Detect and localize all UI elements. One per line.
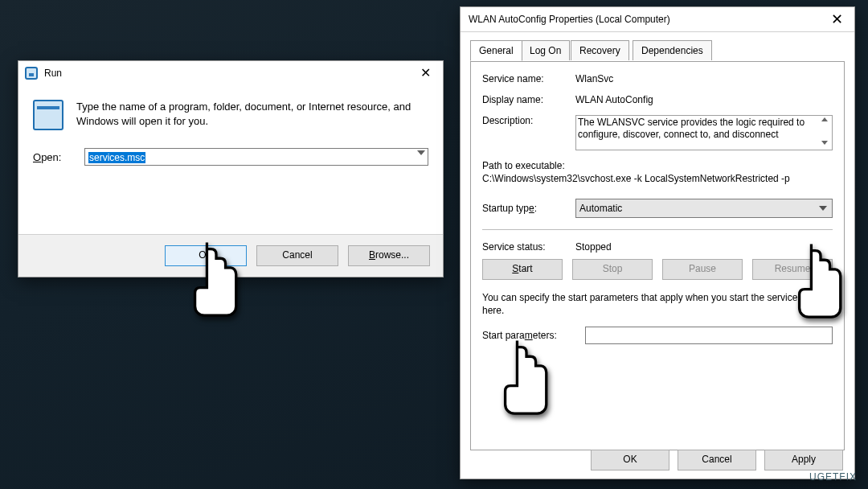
- scroll-up-icon[interactable]: [821, 117, 828, 121]
- ok-button[interactable]: OK: [591, 450, 669, 471]
- tab-general[interactable]: General: [470, 40, 522, 61]
- apply-button[interactable]: Apply: [764, 450, 843, 471]
- service-status-value: Stopped: [575, 241, 833, 253]
- tab-log-on[interactable]: Log On: [521, 40, 570, 60]
- open-input-value[interactable]: services.msc: [88, 152, 145, 163]
- start-button[interactable]: Start: [482, 259, 563, 280]
- run-dialog: Run ✕ Type the name of a program, folder…: [18, 60, 444, 277]
- tab-dependencies[interactable]: Dependencies: [633, 40, 712, 60]
- service-name-label: Service name:: [482, 73, 575, 84]
- ok-button[interactable]: OK: [165, 245, 247, 266]
- cancel-button[interactable]: Cancel: [678, 450, 756, 471]
- props-footer: OK Cancel Apply: [461, 442, 854, 479]
- path-label: Path to executable:: [482, 160, 833, 171]
- pause-button: Pause: [662, 259, 743, 280]
- stop-button: Stop: [572, 259, 653, 280]
- description-text: The WLANSVC service provides the logic r…: [578, 117, 805, 140]
- close-icon[interactable]: ✕: [407, 61, 443, 85]
- description-box[interactable]: The WLANSVC service provides the logic r…: [575, 115, 833, 150]
- props-titlebar[interactable]: WLAN AutoConfig Properties (Local Comput…: [461, 7, 854, 32]
- start-params-hint: You can specify the start parameters tha…: [482, 291, 833, 317]
- open-combo[interactable]: services.msc: [84, 148, 428, 166]
- open-label: Open:: [33, 151, 75, 163]
- service-name-value: WlanSvc: [575, 73, 833, 84]
- description-scroll[interactable]: [819, 117, 830, 145]
- scroll-down-icon[interactable]: [821, 141, 828, 145]
- tabstrip: General Log On Recovery Dependencies: [470, 40, 845, 61]
- start-params-label: Start parameters:: [482, 330, 585, 341]
- tab-page-general: Service name: WlanSvc Display name: WLAN…: [470, 61, 845, 450]
- description-label: Description:: [482, 115, 575, 126]
- tab-recovery[interactable]: Recovery: [571, 40, 629, 60]
- service-properties-dialog: WLAN AutoConfig Properties (Local Comput…: [460, 6, 855, 479]
- resume-button: Resume: [752, 259, 833, 280]
- separator: [482, 229, 833, 230]
- service-status-label: Service status:: [482, 241, 575, 253]
- run-big-icon: [33, 100, 63, 130]
- chevron-down-icon[interactable]: [417, 150, 425, 155]
- run-icon: [25, 67, 38, 80]
- path-value: C:\Windows\system32\svchost.exe -k Local…: [482, 173, 833, 184]
- startup-type-label: Startup type:: [482, 203, 575, 214]
- display-name-label: Display name:: [482, 94, 575, 105]
- browse-button[interactable]: Browse...: [348, 245, 430, 266]
- display-name-value: WLAN AutoConfig: [575, 94, 833, 105]
- close-icon[interactable]: ✕: [819, 7, 854, 31]
- watermark: UGETFIX: [809, 471, 857, 483]
- props-title: WLAN AutoConfig Properties (Local Comput…: [461, 14, 670, 25]
- startup-type-select[interactable]: Automatic: [575, 199, 833, 218]
- run-message: Type the name of a program, folder, docu…: [76, 100, 428, 128]
- startup-type-value: Automatic: [579, 203, 622, 214]
- run-footer: OK Cancel Browse...: [18, 234, 443, 277]
- start-params-input[interactable]: [585, 327, 833, 344]
- run-titlebar[interactable]: Run ✕: [18, 61, 443, 85]
- chevron-down-icon[interactable]: [819, 206, 827, 211]
- cancel-button[interactable]: Cancel: [256, 245, 338, 266]
